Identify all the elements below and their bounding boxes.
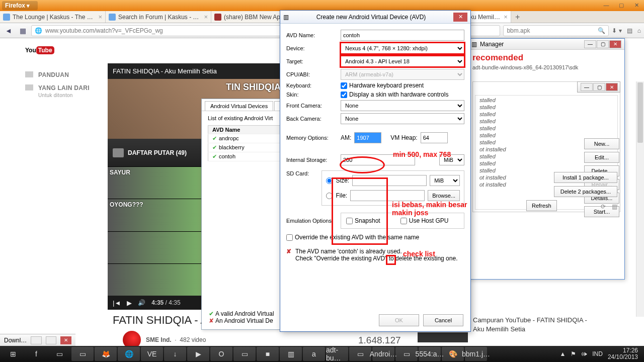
search-bar[interactable]: bbm.apk 🔍: [503, 25, 609, 36]
annotation-recomended: recomended: [472, 53, 620, 63]
taskbar-item[interactable]: 🎨: [442, 347, 464, 361]
close-button[interactable]: ✕: [631, 1, 642, 9]
tile-button[interactable]: ▦: [17, 25, 28, 36]
maximize-button[interactable]: ▢: [593, 83, 605, 91]
close-button[interactable]: ✕: [606, 83, 618, 91]
firefox-titlebar: Firefox ▾: [0, 0, 644, 11]
taskbar-item[interactable]: ▭: [395, 347, 418, 361]
windows-taskbar: ⊞f▭▭🦊🌐VE↓▶O▭■▥aadt-bu…▭Androi…▭5554:a…🎨b…: [0, 346, 644, 362]
browser-tab[interactable]: Search in Forum | Kaskus - The …×: [106, 11, 211, 23]
minimize-button[interactable]: —: [581, 83, 593, 91]
page-scrollbar[interactable]: [636, 81, 644, 317]
url-text: www.youtube.com/watch?v=_VFcEPGo_wg: [45, 27, 163, 34]
delete-pkg-button[interactable]: Delete 2 packages...: [554, 186, 617, 197]
dl-max[interactable]: [46, 336, 57, 344]
download-bar: Downl… ✕: [0, 334, 75, 346]
related-thumb[interactable]: [418, 332, 468, 342]
firefox-menu-button[interactable]: Firefox ▾: [2, 1, 38, 10]
taskbar-item[interactable]: ▭: [233, 347, 256, 361]
heap-input[interactable]: [421, 132, 448, 143]
device-select[interactable]: Nexus 4 (4.7", 768 × 1280: xhdpi): [341, 43, 464, 54]
annotation-box: [332, 177, 388, 245]
status-icons: ⟳▥: [601, 203, 617, 210]
globe-icon: 🌐: [35, 27, 42, 34]
front-camera-select[interactable]: None: [341, 100, 464, 111]
taskbar-item[interactable]: f: [25, 347, 47, 361]
ram-input[interactable]: [354, 132, 381, 143]
sdk-titlebar: ▥ Manager — ▢ ✕: [468, 39, 624, 50]
taskbar-item[interactable]: ■: [257, 347, 279, 361]
taskbar-item[interactable]: bbm1.j…: [465, 347, 487, 361]
download-item[interactable]: Downl…: [4, 337, 27, 344]
taskbar-item[interactable]: ▶: [187, 347, 209, 361]
sidebar-item[interactable]: PANDUAN: [25, 68, 96, 81]
sidebar-item[interactable]: YANG LAIN DARIUntuk ditonton: [25, 81, 96, 102]
home-icon[interactable]: ⌂: [637, 27, 641, 34]
play-button[interactable]: ▶: [127, 299, 132, 307]
player-title: FATIN SHIDQIA - Aku Memilih Setia: [108, 63, 284, 79]
back-camera-select[interactable]: None: [341, 113, 464, 124]
skin-checkbox[interactable]: [341, 92, 347, 98]
edit-button[interactable]: Edit...: [584, 152, 619, 163]
sdk-path: adt-bundle-windows-x86_64-20130917\sdk: [472, 64, 620, 70]
taskbar-item[interactable]: ▭: [349, 347, 371, 361]
cancel-button[interactable]: Cancel: [423, 314, 463, 326]
maximize-button[interactable]: ▢: [616, 1, 627, 9]
taskbar-item[interactable]: VE: [141, 347, 163, 361]
error-message: ✘ The AVD name 'contoh' is already used.…: [286, 248, 464, 262]
taskbar-item[interactable]: 5554:a…: [419, 347, 441, 361]
dl-close[interactable]: ✕: [60, 336, 71, 344]
watch-later-icon: [25, 84, 33, 90]
back-button[interactable]: ◄: [3, 25, 14, 36]
taskbar-item[interactable]: 🌐: [118, 347, 140, 361]
taskbar-item[interactable]: ▥: [280, 347, 302, 361]
taskbar-item[interactable]: ▭: [71, 347, 94, 361]
taskbar-item[interactable]: ⊞: [2, 347, 24, 361]
system-tray[interactable]: ▲⚑🕪 IND 17:2624/10/2013: [559, 347, 642, 360]
avd-name-input[interactable]: [341, 30, 464, 41]
toolbar-icons: ⬇ ▾ ▤ ⌂: [612, 27, 641, 34]
new-tab-button[interactable]: +: [511, 11, 524, 23]
annotation-check: check list: [403, 250, 435, 258]
error-icon: ✘: [286, 248, 291, 262]
target-select[interactable]: Android 4.3 - API Level 18: [341, 56, 464, 67]
annotation-box-small: [386, 255, 396, 265]
taskbar-item[interactable]: ▭: [48, 347, 70, 361]
refresh-button[interactable]: Refresh: [526, 200, 557, 211]
taskbar-item[interactable]: Androi…: [372, 347, 394, 361]
sdk-icon: ▥: [471, 41, 477, 48]
mix-title[interactable]: Campuran YouTube - FATIN SHIDQIA - Aku M…: [473, 316, 594, 333]
download-icon[interactable]: ⬇ ▾: [612, 27, 621, 34]
taskbar-item[interactable]: O: [210, 347, 232, 361]
search-icon: 🔍: [598, 27, 605, 34]
minimize-button[interactable]: —: [584, 40, 596, 48]
dl-min[interactable]: [31, 336, 42, 344]
taskbar-item[interactable]: ↓: [164, 347, 186, 361]
sdk-manager-window: ▥ Manager — ▢ ✕ recomended adt-bundle-wi…: [468, 38, 625, 280]
close-button[interactable]: ✕: [453, 13, 467, 22]
bookmark-icon[interactable]: ▤: [627, 27, 632, 34]
taskbar-item[interactable]: adt-bu…: [326, 347, 348, 361]
new-button[interactable]: New...: [584, 138, 619, 149]
prev-button[interactable]: |◄: [113, 299, 121, 307]
annotation-ellipse: [340, 156, 385, 173]
youtube-logo[interactable]: YouTube: [25, 42, 54, 55]
minimize-button[interactable]: —: [601, 1, 612, 9]
sd-unit-select[interactable]: MiB: [430, 175, 460, 186]
install-button[interactable]: Install 1 package...: [554, 172, 617, 183]
search-text: bbm.apk: [507, 27, 530, 34]
browser-tab[interactable]: The Lounge | Kaskus - The Larg…×: [0, 11, 106, 23]
override-checkbox[interactable]: [286, 234, 293, 241]
taskbar-item[interactable]: 🦊: [95, 347, 117, 361]
taskbar-item[interactable]: a: [303, 347, 325, 361]
host-gpu-checkbox[interactable]: [400, 218, 407, 224]
browse-button[interactable]: Browse...: [428, 190, 460, 201]
maximize-button[interactable]: ▢: [597, 40, 609, 48]
keyboard-checkbox[interactable]: [341, 82, 347, 89]
close-button[interactable]: ✕: [609, 40, 621, 48]
dialog-icon: ▥: [283, 14, 289, 21]
time-display: 4:35 / 4:35: [151, 299, 180, 306]
tab-avd[interactable]: Android Virtual Devices: [205, 101, 273, 111]
volume-icon[interactable]: 🔊: [138, 299, 145, 306]
playlist-icon: [113, 148, 124, 157]
